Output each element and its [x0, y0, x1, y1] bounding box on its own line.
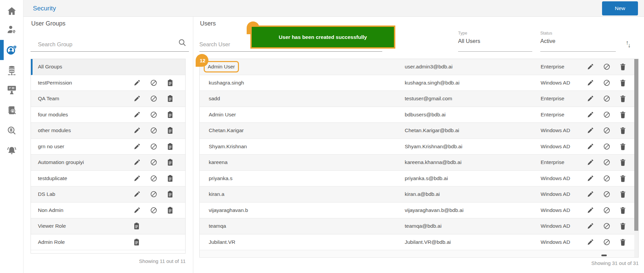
delete-icon[interactable]	[620, 190, 626, 198]
edit-icon[interactable]	[587, 159, 594, 166]
clipboard-icon[interactable]	[167, 111, 174, 118]
group-search-input[interactable]	[31, 38, 175, 51]
clipboard-icon[interactable]	[167, 159, 174, 166]
edit-icon[interactable]	[133, 127, 141, 134]
edit-icon[interactable]	[587, 222, 594, 230]
edit-icon[interactable]	[587, 127, 594, 134]
delete-icon[interactable]	[620, 207, 626, 214]
group-row[interactable]: other modules	[31, 123, 185, 139]
user-list-scrollbar[interactable]	[634, 59, 638, 231]
edit-icon[interactable]	[587, 238, 594, 246]
block-icon[interactable]	[150, 159, 157, 166]
block-icon[interactable]	[603, 95, 610, 102]
sidebar-item-classroom[interactable]	[0, 85, 23, 96]
group-row[interactable]: Non Admin	[31, 203, 185, 219]
delete-icon[interactable]	[620, 159, 626, 166]
delete-icon[interactable]	[620, 175, 626, 182]
edit-icon[interactable]	[133, 207, 141, 214]
user-row[interactable]: kushagra.singh kushagra.singh@bdb.ai Win…	[200, 75, 638, 91]
status-filter-select[interactable]: Status Active	[540, 31, 616, 52]
sort-button[interactable]: ↑↓	[623, 38, 634, 50]
user-row[interactable]: kiran.a kiran.a@bdb.ai Windows AD	[200, 186, 638, 203]
sidebar-item-security[interactable]	[0, 45, 23, 57]
group-row[interactable]: four modules	[31, 107, 185, 123]
sidebar-item-notifications[interactable]	[0, 146, 23, 157]
edit-icon[interactable]	[133, 143, 141, 150]
edit-icon[interactable]	[133, 190, 141, 198]
block-icon[interactable]	[603, 159, 610, 166]
block-icon[interactable]	[150, 79, 157, 87]
edit-icon[interactable]	[587, 111, 594, 118]
edit-icon[interactable]	[587, 143, 594, 150]
block-icon[interactable]	[150, 207, 157, 214]
block-icon[interactable]	[603, 111, 610, 118]
edit-icon[interactable]	[587, 207, 594, 214]
user-row[interactable]: 12 Admin User user.admin3@bdb.ai Enterpr…	[200, 59, 638, 75]
block-icon[interactable]	[603, 127, 610, 134]
edit-icon[interactable]	[587, 190, 594, 198]
delete-icon[interactable]	[620, 95, 626, 102]
delete-icon[interactable]	[620, 111, 626, 118]
clipboard-icon[interactable]	[167, 207, 174, 214]
edit-icon[interactable]	[133, 159, 141, 166]
clipboard-icon[interactable]	[167, 95, 174, 102]
user-row[interactable]: Chetan.Karigar Chetan.Karigar@bdb.ai Win…	[200, 123, 638, 139]
clipboard-icon[interactable]	[133, 238, 140, 246]
user-row[interactable]: vijayaraghavan.b vijayaraghavan.b@bdb.ai…	[200, 203, 638, 219]
clipboard-icon[interactable]	[167, 143, 174, 150]
group-row[interactable]: testduplicate	[31, 171, 185, 187]
block-icon[interactable]	[150, 111, 157, 118]
clipboard-icon[interactable]	[167, 127, 174, 134]
block-icon[interactable]	[603, 222, 610, 230]
edit-icon[interactable]	[587, 175, 594, 182]
clipboard-icon[interactable]	[167, 175, 174, 182]
block-icon[interactable]	[603, 207, 610, 214]
group-row[interactable]: testPermission	[31, 75, 185, 91]
edit-icon[interactable]	[133, 111, 141, 118]
group-row[interactable]: QA Team	[31, 91, 185, 107]
block-icon[interactable]	[150, 175, 157, 182]
clipboard-icon[interactable]	[167, 79, 174, 87]
sidebar-item-data-search[interactable]	[0, 126, 23, 137]
block-icon[interactable]	[603, 63, 610, 70]
user-row[interactable]: teamqa teamqa@bdb.ai Windows AD	[200, 218, 638, 234]
edit-icon[interactable]	[587, 63, 594, 70]
delete-icon[interactable]	[620, 238, 626, 246]
type-filter-select[interactable]: Type All Users	[458, 31, 532, 52]
user-row[interactable]: sadd testuser@gmail.com Enterprise	[200, 91, 638, 107]
search-icon[interactable]	[178, 38, 187, 48]
block-icon[interactable]	[150, 127, 157, 134]
user-row[interactable]: Jubilant.VR Jubilant.VR@bdb.ai Windows A…	[200, 234, 638, 251]
new-button[interactable]: New	[602, 1, 638, 15]
user-row[interactable]: kareena kareena.khanna@bdb.ai Enterprise	[200, 155, 638, 171]
edit-icon[interactable]	[133, 95, 141, 102]
edit-icon[interactable]	[587, 79, 594, 87]
block-icon[interactable]	[150, 95, 157, 102]
user-row[interactable]: Admin User bdbusers@bdb.ai Enterprise	[200, 107, 638, 123]
block-icon[interactable]	[603, 175, 610, 182]
clipboard-icon[interactable]	[167, 190, 174, 198]
user-row[interactable]: Shyam.Krishnan Shyam.Krishnan@bdb.ai Win…	[200, 139, 638, 155]
sidebar-item-home[interactable]	[0, 6, 23, 17]
group-row[interactable]: Automation groupiyi	[31, 155, 185, 171]
edit-icon[interactable]	[587, 95, 594, 102]
edit-icon[interactable]	[133, 79, 141, 87]
clipboard-icon[interactable]	[133, 222, 140, 230]
block-icon[interactable]	[603, 143, 610, 150]
edit-icon[interactable]	[133, 175, 141, 182]
delete-icon[interactable]	[620, 63, 626, 70]
group-row[interactable]: All Groups	[31, 59, 185, 75]
block-icon[interactable]	[603, 238, 610, 246]
group-row[interactable]: Admin Role	[31, 234, 185, 251]
sidebar-item-data-center[interactable]	[0, 65, 23, 77]
group-row[interactable]: grn no user	[31, 139, 185, 155]
block-icon[interactable]	[150, 143, 157, 150]
sidebar-item-audit-trail[interactable]	[0, 105, 23, 117]
delete-icon[interactable]	[620, 127, 626, 134]
user-row[interactable]: priyanka.s priyanka.s@bdb.ai Windows AD	[200, 171, 638, 187]
group-row[interactable]: DS Lab	[31, 186, 185, 203]
delete-icon[interactable]	[620, 79, 626, 87]
delete-icon[interactable]	[620, 143, 626, 150]
sidebar-item-user-management[interactable]	[0, 24, 23, 36]
group-row[interactable]: Viewer Role	[31, 218, 185, 234]
